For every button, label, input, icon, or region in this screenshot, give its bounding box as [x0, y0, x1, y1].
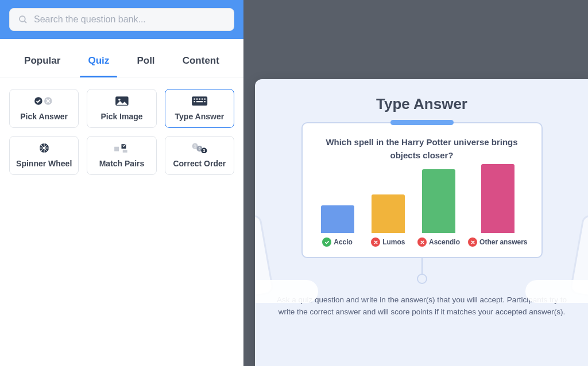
svg-text:2: 2 [198, 147, 200, 151]
x-circle-icon [468, 237, 477, 247]
svg-rect-7 [194, 99, 195, 100]
chart-frame: Which spell in the Harry Potter universe… [301, 122, 543, 258]
search-bar[interactable] [9, 8, 234, 31]
tile-label: Correct Order [173, 159, 226, 168]
chart-bar-label: Ascendio [417, 237, 460, 247]
left-panel: Popular Quiz Poll Content Pick Answer Pi… [0, 0, 243, 366]
chart-bar-label: Accio [322, 237, 353, 247]
chart-bar [321, 205, 354, 233]
tile-spinner-wheel[interactable]: Spinner Wheel [9, 136, 79, 175]
tab-content[interactable]: Content [175, 50, 227, 77]
svg-rect-12 [194, 101, 195, 102]
svg-rect-11 [204, 99, 205, 100]
preview-pane: Type Answer Which spell in the Harry Pot… [243, 0, 588, 366]
tile-label: Spinner Wheel [16, 159, 72, 168]
question-type-grid: Pick Answer Pick Image Type Answer Spinn… [0, 77, 243, 186]
svg-rect-13 [196, 101, 203, 102]
search-icon [18, 14, 28, 25]
svg-line-1 [25, 21, 26, 23]
chart-bar [372, 194, 405, 233]
keyboard-icon [191, 96, 208, 106]
cloud-decoration [255, 280, 318, 303]
tab-popular[interactable]: Popular [16, 50, 68, 77]
preview-description: Ask a quiz question and write in the ans… [277, 294, 567, 318]
svg-rect-8 [196, 99, 198, 100]
chart-bar [422, 169, 455, 233]
wheel-icon [39, 143, 49, 153]
svg-point-0 [20, 16, 25, 22]
svg-text:3: 3 [203, 149, 205, 153]
chart-bars: AccioLumosAscendioOther answers [316, 172, 528, 247]
x-circle-icon [371, 237, 380, 247]
chart-bar [481, 164, 514, 233]
tile-label: Type Answer [175, 112, 225, 121]
tab-quiz[interactable]: Quiz [80, 50, 117, 77]
tile-match-pairs[interactable]: Match Pairs [87, 136, 156, 175]
tile-type-answer[interactable]: Type Answer [165, 89, 234, 128]
chart-bar-label: Other answers [468, 237, 527, 247]
image-icon [115, 96, 129, 106]
tile-pick-image[interactable]: Pick Image [87, 89, 156, 128]
pointer-stem [421, 258, 423, 275]
search-bar-container [0, 0, 243, 39]
category-tabs: Popular Quiz Poll Content [0, 39, 243, 77]
svg-rect-9 [199, 99, 200, 100]
svg-point-5 [118, 99, 121, 101]
search-input[interactable] [34, 14, 226, 25]
check-x-icon [34, 96, 55, 106]
check-circle-icon [322, 237, 331, 247]
tile-label: Pick Image [100, 112, 142, 121]
chart-question: Which spell in the Harry Potter universe… [316, 136, 528, 162]
tile-correct-order[interactable]: 123 Correct Order [165, 136, 234, 175]
svg-point-16 [43, 147, 45, 149]
cloud-decoration [525, 280, 588, 303]
chart-bar-column: Ascendio [417, 169, 460, 247]
tile-label: Pick Answer [20, 112, 68, 121]
chart-bar-label: Lumos [371, 237, 405, 247]
tab-poll[interactable]: Poll [129, 50, 163, 77]
tile-label: Match Pairs [99, 159, 145, 168]
chart-bar-column: Accio [316, 205, 359, 247]
pointer-ring-icon [417, 274, 427, 284]
svg-rect-17 [115, 147, 119, 151]
pairs-icon [114, 143, 129, 153]
chart-bar-column: Lumos [367, 194, 409, 247]
svg-rect-10 [202, 99, 203, 100]
preview-card: Type Answer Which spell in the Harry Pot… [255, 79, 588, 366]
svg-rect-19 [123, 150, 127, 153]
x-circle-icon [417, 237, 427, 247]
chart-bar-column: Other answers [468, 164, 527, 247]
order-icon: 123 [192, 143, 207, 153]
svg-text:1: 1 [194, 144, 196, 148]
svg-rect-14 [204, 101, 205, 102]
tile-pick-answer[interactable]: Pick Answer [9, 89, 79, 128]
preview-title: Type Answer [376, 95, 467, 113]
